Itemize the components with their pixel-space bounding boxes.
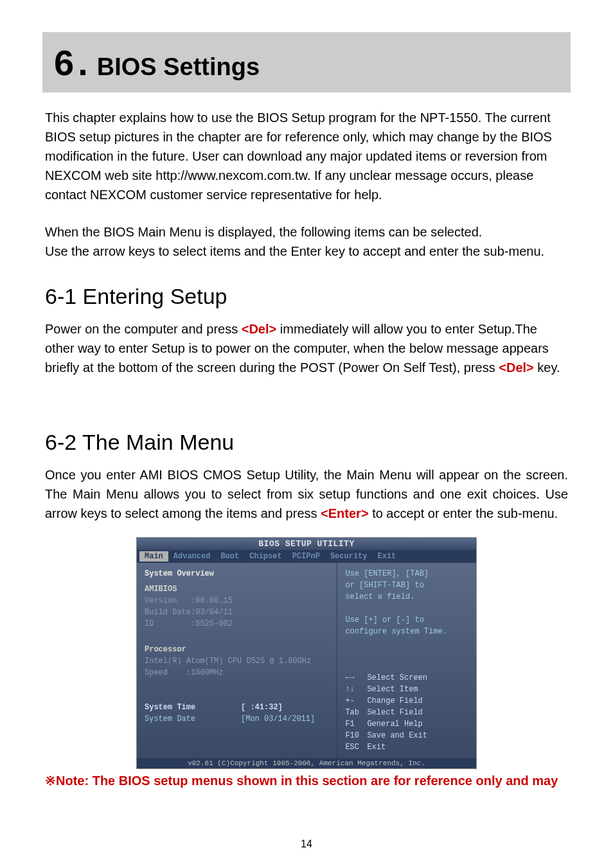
bios-help-2: or [SHIFT-TAB] to xyxy=(345,580,468,591)
bios-footer: v02.61 (C)Copyright 1985-2006, American … xyxy=(137,758,476,768)
bios-nav-val-1: Select Item xyxy=(367,684,418,695)
chapter-title-bar: 6 . BIOS Settings xyxy=(42,32,571,93)
note-line: ※Note: The BIOS setup menus shown in thi… xyxy=(45,773,568,788)
del-key-1: <Del> xyxy=(242,322,276,336)
bios-title: BIOS SETUP UTILITY xyxy=(137,538,476,550)
bios-help-3: select a field. xyxy=(345,591,468,603)
bios-tab-advanced[interactable]: Advanced xyxy=(168,551,216,562)
bios-tab-main[interactable]: Main xyxy=(139,551,168,562)
section-6-1-text: Power on the computer and press <Del> im… xyxy=(45,319,568,377)
bios-tab-boot[interactable]: Boot xyxy=(215,551,244,562)
bios-build-value: :03/04/11 xyxy=(191,608,233,617)
bios-right-panel: Use [ENTER], [TAB] or [SHIFT-TAB] to sel… xyxy=(337,563,476,758)
bios-nav-key-4: F1 xyxy=(345,718,367,730)
chapter-number: 6 xyxy=(54,45,74,81)
chapter-dot: . xyxy=(78,45,88,81)
intro-paragraph-1: This chapter explains how to use the BIO… xyxy=(45,108,568,204)
bios-nav-key-5: F10 xyxy=(345,730,367,741)
bios-system-time-label[interactable]: System Time xyxy=(145,702,241,713)
bios-id-label: ID xyxy=(145,619,154,628)
bios-nav-key-3: Tab xyxy=(345,707,367,718)
bios-nav-val-4: General Help xyxy=(367,718,422,730)
note-star-icon: ※ xyxy=(45,774,56,788)
bios-screenshot: BIOS SETUP UTILITY Main Advanced Boot Ch… xyxy=(136,537,477,769)
bios-amibios-label: AMIBIOS xyxy=(145,583,329,595)
bios-tab-exit[interactable]: Exit xyxy=(372,551,401,562)
section-6-2-heading: 6-2 The Main Menu xyxy=(45,430,568,455)
section-6-2-text: Once you enter AMI BIOS CMOS Setup Utili… xyxy=(45,465,568,523)
bios-help-1: Use [ENTER], [TAB] xyxy=(345,568,468,580)
bios-cpu-value: Intel(R) Atom(TM) CPU D525 @ 1.80GHz xyxy=(145,655,329,667)
enter-key: <Enter> xyxy=(321,506,368,520)
bios-id-value: :S525-002 xyxy=(191,619,233,628)
bios-tab-security[interactable]: Security xyxy=(325,551,373,562)
bios-build-label: Build Date xyxy=(145,608,191,617)
bios-nav-key-1: ↑↓ xyxy=(345,684,367,695)
bios-tab-chipset[interactable]: Chipset xyxy=(244,551,287,562)
bios-nav-key-0: ←→ xyxy=(345,672,367,684)
bios-nav-val-5: Save and Exit xyxy=(367,730,427,741)
intro-paragraph-2: When the BIOS Main Menu is displayed, th… xyxy=(45,222,568,261)
bios-nav-key-6: ESC xyxy=(345,741,367,753)
bios-version-value: :08.00.15 xyxy=(191,596,233,605)
intro-line-1: When the BIOS Main Menu is displayed, th… xyxy=(45,225,482,239)
bios-nav-val-6: Exit xyxy=(367,741,386,753)
section-6-1-heading: 6-1 Entering Setup xyxy=(45,284,568,309)
bios-speed-label: Speed xyxy=(145,668,168,677)
bios-system-date-label[interactable]: System Date xyxy=(145,713,241,725)
intro-line-2: Use the arrow keys to select items and t… xyxy=(45,244,544,258)
del-key-2: <Del> xyxy=(499,360,533,375)
bios-help-5: configure system Time. xyxy=(345,626,468,637)
note-text: Note: The BIOS setup menus shown in this… xyxy=(56,774,558,788)
bios-nav-val-3: Select Field xyxy=(367,707,422,718)
bios-version-label: Version xyxy=(145,596,177,605)
page-number: 14 xyxy=(0,838,613,850)
chapter-title: BIOS Settings xyxy=(97,53,260,81)
bios-processor-label: Processor xyxy=(145,644,329,655)
bios-left-panel: System Overview AMIBIOS Version :08.00.1… xyxy=(137,563,337,758)
bios-help-4: Use [+] or [-] to xyxy=(345,614,468,626)
bios-system-time-value[interactable]: [ :41:32] xyxy=(241,702,283,713)
bios-system-overview: System Overview xyxy=(145,568,329,580)
bios-nav-key-2: +- xyxy=(345,695,367,707)
bios-nav-val-0: Select Screen xyxy=(367,672,427,684)
bios-nav-val-2: Change Field xyxy=(367,695,422,707)
bios-speed-value: :1800MHz xyxy=(186,668,224,677)
chapter-heading: 6 . BIOS Settings xyxy=(54,45,559,81)
bios-tab-row: Main Advanced Boot Chipset PCIPnP Securi… xyxy=(137,550,476,563)
bios-system-date-value[interactable]: [Mon 03/14/2011] xyxy=(241,713,315,725)
bios-tab-pcipnp[interactable]: PCIPnP xyxy=(287,551,325,562)
